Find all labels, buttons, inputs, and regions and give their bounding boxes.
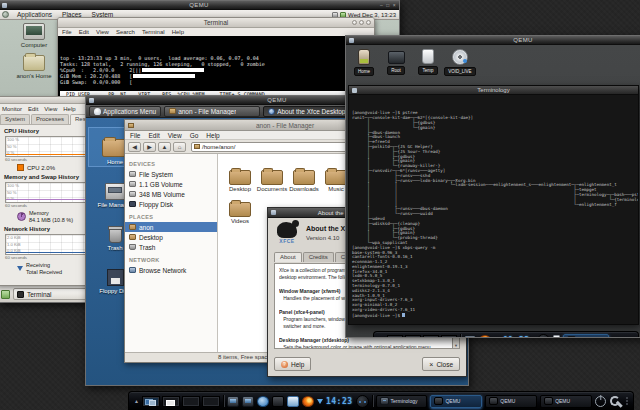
files-launcher-icon[interactable]	[242, 396, 254, 407]
nav-button[interactable]: ⌂	[173, 142, 186, 152]
sidebar-item[interactable]: Trash	[125, 242, 217, 252]
pager-desktop[interactable]	[387, 335, 403, 339]
close-button[interactable]: × Close	[422, 357, 460, 371]
applications-menu-button[interactable]: Applications Menu	[89, 106, 161, 117]
qemu-window-enlightenment[interactable]: QEMU Home Root Temp	[345, 35, 640, 338]
screenshot-launcher-icon[interactable]	[287, 396, 299, 407]
menu-item[interactable]: Help	[172, 29, 184, 35]
file-item[interactable]: Documents	[256, 160, 288, 192]
sidebar-item[interactable]: File System	[125, 169, 217, 179]
menu-item[interactable]: View	[44, 106, 57, 112]
menu-item[interactable]: View	[96, 29, 109, 35]
sidebar-item[interactable]: NETWORK	[125, 255, 217, 265]
taskbar-task-terminology[interactable]: Terminology	[563, 334, 609, 339]
desktop-icon[interactable]: Home	[348, 47, 380, 76]
sidebar-item[interactable]: Desktop	[125, 232, 217, 242]
settings-wrench-icon[interactable]	[609, 395, 621, 407]
taskbar-task[interactable]: QEMU	[430, 395, 482, 408]
sidebar-item[interactable]: 1.1 GB Volume	[125, 179, 217, 189]
tab[interactable]: System	[0, 114, 30, 124]
firefox-icon[interactable]	[302, 396, 314, 407]
gnome-menu-icon[interactable]	[2, 11, 9, 18]
sidebar-item[interactable]: Floppy Disk	[125, 199, 217, 209]
terminal-launcher-icon[interactable]	[227, 396, 239, 407]
menu-item[interactable]: Help	[63, 106, 75, 112]
sidebar-item[interactable]: anon	[125, 222, 217, 232]
taskbar-task[interactable]: QEMU	[485, 395, 537, 408]
menu-item[interactable]: Terminal	[142, 29, 165, 35]
file-label: Documents	[257, 186, 287, 192]
pager-desktop[interactable]	[405, 335, 421, 339]
menu-item[interactable]: Edit	[28, 106, 38, 112]
firefox-icon[interactable]	[479, 335, 491, 339]
pager-desktop[interactable]	[441, 335, 457, 339]
terminal-titlebar[interactable]: Terminal	[58, 18, 374, 28]
files-launcher-icon[interactable]	[464, 335, 476, 339]
pager-desktop[interactable]	[423, 335, 439, 339]
close-button-label: Close	[436, 361, 453, 368]
desktop-icon[interactable]: VOID_LIVE	[444, 47, 476, 76]
desktop-icon[interactable]: Temp	[412, 47, 444, 76]
host-clock[interactable]: 14:23	[326, 397, 353, 406]
menu-item[interactable]: Edit	[148, 132, 159, 139]
menu-item[interactable]: File	[130, 132, 140, 139]
terminal-output[interactable]: top - 13:23:33 up 3 min, 0 users, load a…	[58, 36, 374, 98]
pager-desktop[interactable]	[142, 396, 160, 407]
sidebar-item[interactable]: DEVICES	[125, 159, 217, 169]
terminology-output[interactable]: [anon@void-live ~]$ pstreerunit─┬─consol…	[349, 95, 638, 324]
mixer-knob-icon[interactable]	[356, 395, 369, 408]
terminology-window[interactable]: Terminology [anon@void-live ~]$ pstreeru…	[348, 85, 639, 325]
nav-button[interactable]: ▶	[143, 142, 156, 152]
desktop-icon[interactable]: Root	[380, 47, 412, 76]
gnome-terminal-window[interactable]: Terminal FileEditViewSearchTerminalHelp …	[57, 17, 375, 97]
pager-desktop[interactable]	[182, 396, 200, 407]
menu-item[interactable]: View	[168, 132, 182, 139]
menu-item[interactable]: Edit	[79, 29, 89, 35]
pager-desktop[interactable]	[202, 396, 220, 407]
nav-button[interactable]: ◀	[128, 142, 141, 152]
shelf-expand-icon[interactable]: ▲	[379, 338, 384, 339]
taskbar-task[interactable]: anon - File Manager	[164, 106, 260, 117]
menu-item[interactable]: File	[62, 29, 72, 35]
nav-button[interactable]: ▲	[158, 142, 171, 152]
desktop-icon-label: Trash	[105, 245, 124, 251]
desktop-icon[interactable]: Computer	[11, 23, 57, 48]
settings-launcher-icon[interactable]	[257, 396, 269, 407]
qemu-window-titlebar[interactable]: QEMU	[346, 36, 640, 45]
window-controls[interactable]: ‒□×	[380, 1, 396, 10]
sidebar-item[interactable]: 348 MB Volume	[125, 189, 217, 199]
sidebar-item[interactable]: Browse Network	[125, 265, 217, 275]
shelf-expand-icon[interactable]: ▲	[134, 399, 139, 404]
file-item[interactable]: Downloads	[288, 160, 320, 192]
shelf-handle[interactable]	[626, 397, 628, 405]
sidebar-item[interactable]: PLACES	[125, 212, 217, 222]
mixer-knob-icon[interactable]	[537, 334, 550, 339]
file-item[interactable]: Desktop	[224, 160, 256, 192]
menu-item[interactable]: Go	[190, 132, 199, 139]
menu-item[interactable]: Help	[206, 132, 219, 139]
shelf-clock[interactable]: 01:23pm	[503, 336, 534, 339]
menu-item[interactable]: Monitor	[2, 106, 22, 112]
panel-menu-item[interactable]: Applications	[12, 11, 57, 18]
terminal-window-controls[interactable]	[352, 20, 371, 25]
file-item[interactable]: Videos	[224, 192, 256, 224]
tab[interactable]: Credits	[303, 252, 334, 262]
terminal-window-icon	[567, 336, 576, 338]
tab[interactable]: Processes	[31, 114, 69, 124]
file-label: Music	[328, 186, 344, 192]
screen-launcher-icon[interactable]	[272, 396, 284, 407]
pager-desktop[interactable]	[162, 396, 180, 407]
desktop-icon[interactable]: anon's Home	[11, 55, 57, 79]
qemu-window-titlebar[interactable]: QEMU ‒□×	[0, 1, 399, 10]
tab[interactable]: About	[274, 252, 302, 262]
virtual-desktop-pager[interactable]	[142, 396, 220, 407]
menu-item[interactable]: Search	[116, 29, 135, 35]
sidebar-item-label: Trash	[139, 244, 155, 251]
taskbar-task[interactable]: QEMU	[540, 395, 592, 408]
help-button[interactable]: ? Help	[274, 357, 311, 371]
virtual-desktop-pager[interactable]	[387, 335, 457, 339]
show-desktop-icon[interactable]	[1, 290, 10, 299]
taskbar-task[interactable]: Terminology	[376, 395, 428, 408]
power-icon[interactable]	[595, 396, 606, 407]
terminology-titlebar[interactable]: Terminology	[349, 86, 638, 95]
